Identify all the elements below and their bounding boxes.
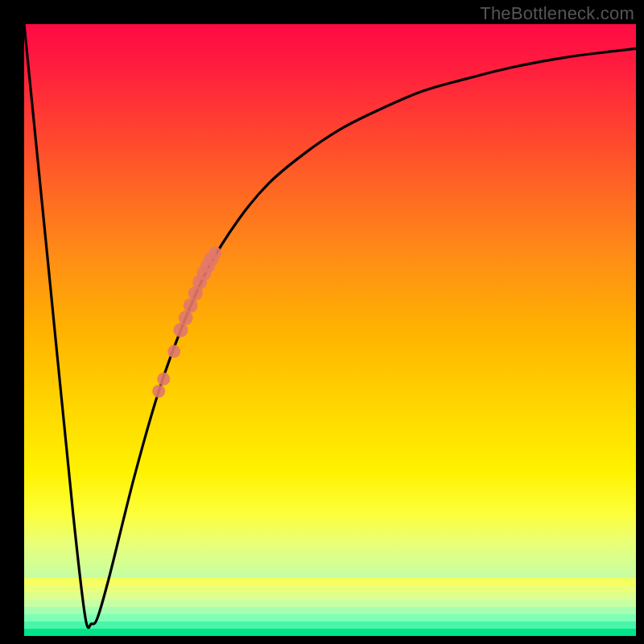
watermark-text: TheBottleneck.com — [480, 3, 634, 24]
scatter-dot — [208, 246, 221, 259]
scatter-dot — [157, 373, 170, 386]
chart-frame: TheBottleneck.com — [0, 0, 644, 644]
curve-layer — [24, 24, 636, 636]
scatter-dot — [152, 385, 165, 398]
scatter-dot — [167, 345, 180, 358]
scatter-points — [152, 246, 221, 398]
bottleneck-curve — [24, 24, 636, 628]
plot-area — [24, 24, 636, 636]
